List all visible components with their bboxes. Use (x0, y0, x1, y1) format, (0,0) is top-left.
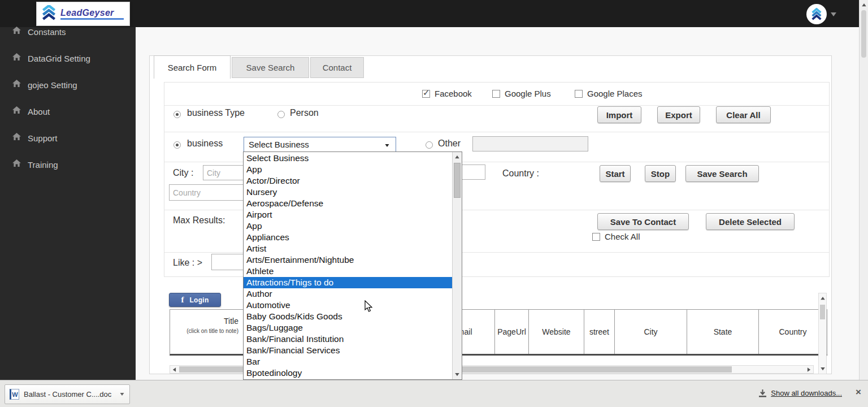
scrollbar-up-icon[interactable] (862, 3, 866, 6)
export-button[interactable]: Export (657, 106, 700, 123)
dropdown-option[interactable]: Bank/Financial Services (244, 345, 452, 356)
table-vertical-scrollbar[interactable] (818, 293, 827, 374)
brand-tagline (60, 18, 124, 20)
sidebar-item-label: Support (28, 133, 58, 143)
clear-all-button[interactable]: Clear All (716, 106, 771, 123)
scroll-left-icon[interactable] (173, 367, 176, 372)
page-scrollbar[interactable] (859, 0, 868, 380)
dropdown-option[interactable]: Bpotedinology (244, 367, 452, 379)
column-header-label: Website (542, 327, 570, 336)
save-to-contact-button[interactable]: Save To Contact (597, 213, 689, 230)
home-icon (12, 159, 21, 170)
sidebar-item-label: Training (28, 160, 58, 170)
scroll-up-icon[interactable] (821, 297, 825, 300)
dropdown-option[interactable]: Baby Goods/Kids Goods (244, 311, 452, 322)
column-header-website: Website (529, 310, 584, 354)
page-scrollbar-thumb[interactable] (861, 10, 866, 58)
dropdown-option[interactable]: Actor/Director (244, 175, 452, 187)
sidebar-item-label: About (28, 107, 50, 116)
max-results-label: Max Results: (173, 215, 225, 226)
home-icon (12, 80, 21, 90)
other-business-input[interactable] (472, 136, 588, 151)
scroll-right-icon[interactable] (808, 367, 810, 372)
brand-logo[interactable]: LeadGeyser (36, 2, 130, 26)
country-input[interactable] (169, 184, 244, 201)
chevron-avatar-icon (810, 8, 823, 20)
dropdown-option[interactable]: Aerospace/Defense (244, 198, 452, 209)
dropdown-option[interactable]: Arts/Enertainment/Nightube (244, 254, 452, 266)
facebook-login-button[interactable]: f Login (169, 293, 221, 307)
facebook-checkbox-label: Facebook (435, 89, 472, 98)
show-all-downloads-link[interactable]: Show all downloads... (771, 389, 842, 397)
close-downloads-bar-icon[interactable]: × (856, 387, 861, 398)
scroll-down-icon[interactable] (821, 367, 825, 370)
column-header-label: street (589, 327, 609, 336)
dropdown-option[interactable]: App (244, 220, 452, 232)
dropdown-option[interactable]: Select Business (244, 153, 452, 164)
google-places-checkbox-label: Google Places (587, 89, 643, 98)
home-icon (12, 53, 21, 63)
tab-search-form[interactable]: Search Form (154, 55, 231, 79)
chevron-logo-icon (41, 5, 57, 23)
tab-contact[interactable]: Contact (310, 57, 364, 78)
dropdown-option[interactable]: Artist (244, 243, 452, 254)
word-doc-icon: W (10, 389, 19, 400)
select-caret-icon (385, 144, 389, 147)
business-type-radio[interactable] (173, 111, 181, 118)
column-header-country: Country (759, 310, 827, 354)
dropdown-option[interactable]: Appliances (244, 232, 452, 243)
dropdown-option[interactable]: Athlete (244, 266, 452, 277)
tab-save-search[interactable]: Save Search (232, 57, 309, 78)
dropdown-option[interactable]: App (244, 164, 452, 175)
source-googleplaces-checkbox[interactable] (575, 90, 583, 98)
import-button[interactable]: Import (597, 106, 641, 123)
other-radio-label: Other (438, 138, 461, 149)
stop-button[interactable]: Stop (645, 165, 676, 182)
sidebar-item-training[interactable]: Training (0, 155, 136, 174)
home-icon (12, 27, 21, 37)
sidebar-item-datagrid-setting[interactable]: DataGrid Setting (0, 49, 136, 67)
sidebar-item-about[interactable]: About (0, 102, 136, 120)
column-header-pageurl: PageUrl (495, 310, 529, 354)
start-button[interactable]: Start (600, 165, 631, 182)
dropdown-scrollbar[interactable] (452, 152, 462, 379)
business-type-radio-label: business Type (187, 108, 245, 118)
dropdown-scroll-down-icon[interactable] (455, 373, 459, 376)
sidebar-item-gojeo-setting[interactable]: gojeo Setting (0, 76, 136, 94)
business-select[interactable]: Select Business (244, 137, 396, 152)
column-header-label: State (714, 327, 732, 336)
check-all-label: Check All (605, 232, 640, 241)
column-header-subtitle: (click on title to note) (180, 328, 238, 335)
app-window: ConstantsDataGrid Settinggojeo SettingAb… (0, 0, 868, 407)
sidebar-item-support[interactable]: Support (0, 129, 136, 147)
column-header-label: Country (779, 327, 806, 336)
dropdown-option[interactable]: Attractions/Thigs to do (244, 277, 452, 288)
dropdown-option[interactable]: Nursery (244, 187, 452, 198)
sidebar-item-label: gojeo Setting (28, 80, 77, 90)
dropdown-option[interactable]: Automotive (244, 300, 452, 311)
source-googleplus-checkbox[interactable] (492, 90, 500, 98)
check-all-checkbox[interactable] (592, 233, 600, 241)
business-radio[interactable] (173, 141, 181, 149)
table-vscroll-thumb[interactable] (820, 305, 825, 319)
dropdown-option[interactable]: Airport (244, 209, 452, 220)
dropdown-scroll-thumb[interactable] (454, 163, 461, 198)
business-dropdown-list: Select BusinessAppActor/DirectorNurseryA… (243, 151, 462, 380)
account-menu-caret-icon[interactable] (831, 12, 836, 16)
source-facebook-checkbox[interactable] (422, 90, 430, 98)
user-avatar[interactable] (806, 4, 827, 24)
save-search-button[interactable]: Save Search (685, 165, 759, 182)
dropdown-option[interactable]: Bar (244, 356, 452, 367)
delete-selected-button[interactable]: Delete Selected (706, 213, 795, 230)
dropdown-option[interactable]: Bank/Financial Institution (244, 334, 452, 345)
download-chip-caret-icon[interactable] (120, 393, 124, 396)
other-radio[interactable] (426, 141, 433, 149)
person-radio[interactable] (277, 111, 285, 118)
dropdown-option[interactable]: Author (244, 288, 452, 300)
download-file-chip[interactable]: W Ballast - Customer C....doc (5, 384, 130, 404)
dropdown-scroll-up-icon[interactable] (455, 155, 459, 158)
person-radio-label: Person (290, 108, 319, 118)
country-label: Country : (502, 168, 539, 179)
dropdown-option[interactable]: Bags/Luggage (244, 322, 452, 334)
column-header-city: City (615, 310, 687, 354)
